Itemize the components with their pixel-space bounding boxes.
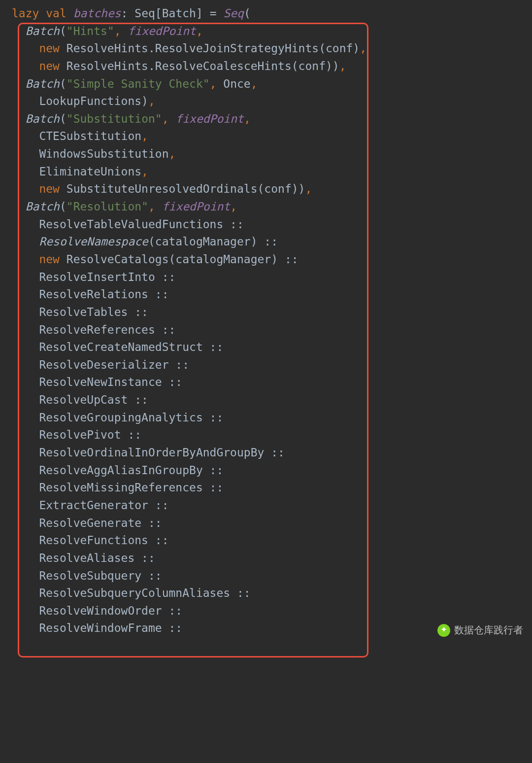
- rule: ResolveWindowFrame ::: [39, 622, 182, 634]
- rule: LookupFunctions): [39, 95, 148, 107]
- rule: ResolveUpCast ::: [39, 393, 148, 406]
- comma: ,: [148, 200, 155, 213]
- rule: ResolveDeserializer ::: [39, 358, 189, 371]
- rule: ResolveNamespace: [39, 235, 148, 248]
- comma: ,: [114, 25, 121, 37]
- rule: ResolveOrdinalInOrderByAndGroupBy ::: [39, 446, 285, 459]
- keyword-new: new: [39, 182, 60, 195]
- rule: CTESubstitution: [39, 130, 141, 142]
- bracket-close: ]: [196, 7, 203, 20]
- colon: :: [121, 7, 128, 20]
- comma: ,: [141, 165, 148, 178]
- rule: EliminateUnions: [39, 165, 141, 178]
- comma: ,: [169, 147, 176, 160]
- code-line: ResolveNamespace(catalogManager) ::: [12, 233, 532, 251]
- rule: ResolveAliases ::: [39, 552, 155, 564]
- code-line: ResolveAliases ::: [12, 550, 532, 567]
- string-literal: "Substitution": [66, 112, 162, 125]
- code-line: LookupFunctions),: [12, 93, 532, 110]
- rule: WindowsSubstitution: [39, 147, 168, 160]
- comma: ,: [339, 60, 346, 72]
- code-line: CTESubstitution,: [12, 128, 532, 145]
- keyword-new: new: [39, 42, 60, 55]
- code-line: Batch("Resolution", fixedPoint,: [12, 198, 532, 216]
- comma: ,: [162, 112, 169, 125]
- code-line: ResolveSubquery ::: [12, 567, 532, 585]
- wechat-icon: ✦: [437, 624, 450, 637]
- comma: ,: [210, 77, 217, 90]
- code-line: EliminateUnions,: [12, 163, 532, 181]
- rule-args: (catalogManager) ::: [148, 235, 278, 248]
- batch-call: Batch: [26, 77, 60, 90]
- code-line: ResolveMissingReferences ::: [12, 479, 532, 497]
- fixedpoint: fixedPoint: [175, 112, 243, 125]
- comma: ,: [305, 182, 312, 195]
- code-line: ResolveGroupingAnalytics ::: [12, 409, 532, 427]
- val-name: batches: [73, 7, 121, 20]
- code-line: Batch("Hints", fixedPoint,: [12, 23, 532, 40]
- code-line: ResolveRelations ::: [12, 286, 532, 304]
- fixedpoint: fixedPoint: [128, 25, 196, 37]
- code-line: ResolveNewInstance ::: [12, 374, 532, 391]
- type-batch: Batch: [162, 7, 196, 20]
- rule: ResolveFunctions ::: [39, 534, 168, 547]
- code-line: new ResolveHints.ResolveJoinStrategyHint…: [12, 40, 532, 58]
- paren-open: (: [60, 112, 66, 125]
- comma: ,: [148, 95, 155, 107]
- code-line: ResolveReferences ::: [12, 321, 532, 339]
- watermark: ✦ 数据仓库践行者: [437, 623, 523, 638]
- rule: SubstituteUnresolvedOrdinals(conf)): [60, 182, 305, 195]
- code-line: ResolveOrdinalInOrderByAndGroupBy ::: [12, 444, 532, 462]
- rule: ResolveTableValuedFunctions ::: [39, 218, 243, 231]
- paren-open: (: [60, 200, 66, 213]
- code-line: ResolveTables ::: [12, 304, 532, 321]
- code-line: ResolveTableValuedFunctions ::: [12, 216, 532, 234]
- rule: ResolveReferences ::: [39, 323, 175, 336]
- rule: ResolveSubquery ::: [39, 569, 162, 582]
- code-line: ResolveDeserializer ::: [12, 356, 532, 374]
- code-line: ExtractGenerator ::: [12, 497, 532, 515]
- code-line: Batch("Substitution", fixedPoint,: [12, 110, 532, 128]
- code-line: ResolveWindowOrder ::: [12, 602, 532, 620]
- batch-call: Batch: [26, 200, 60, 213]
- batch-call: Batch: [26, 25, 60, 37]
- rule: ResolveRelations ::: [39, 288, 168, 301]
- rule: ResolvePivot ::: [39, 428, 141, 441]
- rule: ResolveSubqueryColumnAliases ::: [39, 587, 250, 599]
- rule: ResolveAggAliasInGroupBy ::: [39, 464, 223, 477]
- equals: =: [203, 7, 224, 20]
- comma: ,: [141, 130, 148, 142]
- seq-call: Seq: [223, 7, 244, 20]
- code-line: ResolveGenerate ::: [12, 515, 532, 532]
- rule: ResolveGroupingAnalytics ::: [39, 411, 223, 424]
- code-line: lazy val batches: Seq[Batch] = Seq(: [12, 5, 532, 23]
- code-line: ResolveSubqueryColumnAliases ::: [12, 585, 532, 602]
- rule: ExtractGenerator ::: [39, 499, 168, 512]
- rule: ResolveCatalogs(catalogManager) ::: [60, 253, 299, 266]
- code-line: new ResolveHints.ResolveCoalesceHints(co…: [12, 58, 532, 75]
- string-literal: "Resolution": [66, 200, 148, 213]
- rule: ResolveNewInstance ::: [39, 376, 182, 388]
- rule: ResolveHints.ResolveCoalesceHints(conf)): [60, 60, 339, 72]
- code-line: new ResolveCatalogs(catalogManager) ::: [12, 251, 532, 269]
- rule: ResolveCreateNamedStruct ::: [39, 341, 223, 353]
- comma: ,: [196, 25, 203, 37]
- paren-open: (: [60, 77, 66, 90]
- code-line: ResolveAggAliasInGroupBy ::: [12, 462, 532, 480]
- rule: ResolveTables ::: [39, 306, 148, 318]
- code-line: Batch("Simple Sanity Check", Once,: [12, 75, 532, 93]
- string-literal: "Simple Sanity Check": [66, 77, 210, 90]
- paren-open: (: [244, 7, 251, 20]
- batch-call: Batch: [26, 112, 60, 125]
- comma: ,: [230, 200, 237, 213]
- code-line: ResolveFunctions ::: [12, 532, 532, 550]
- keyword-new: new: [39, 253, 60, 266]
- rule: ResolveHints.ResolveJoinStrategyHints(co…: [60, 42, 360, 55]
- code-line: ResolveInsertInto ::: [12, 269, 532, 286]
- comma: ,: [244, 112, 251, 125]
- bracket-open: [: [155, 7, 162, 20]
- rule: ResolveGenerate ::: [39, 517, 162, 529]
- code-line: WindowsSubstitution,: [12, 145, 532, 163]
- once: Once: [223, 77, 250, 90]
- fixedpoint: fixedPoint: [162, 200, 230, 213]
